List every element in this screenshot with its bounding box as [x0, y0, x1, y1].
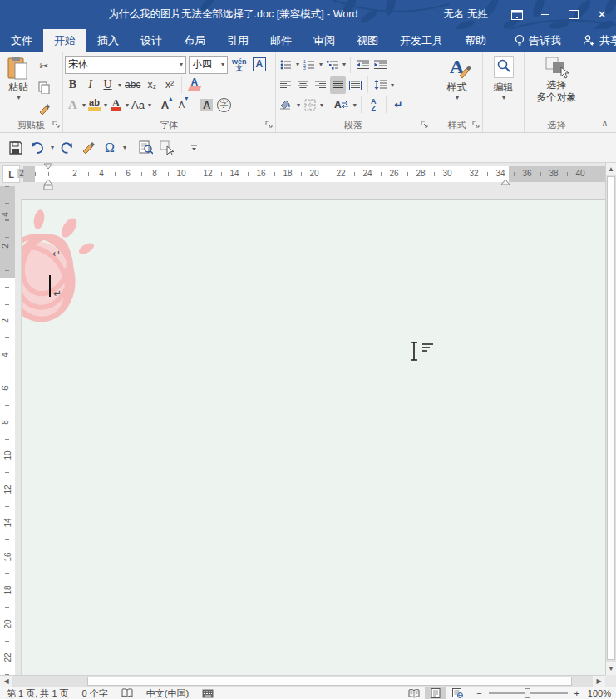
- tell-me[interactable]: 告诉我: [504, 29, 572, 52]
- line-spacing-dropdown-icon[interactable]: ▾: [391, 81, 394, 89]
- font-family-dropdown-icon[interactable]: ▾: [180, 61, 183, 68]
- paragraph-dialog-launcher-icon[interactable]: [421, 119, 428, 130]
- character-shading-button[interactable]: A: [199, 96, 214, 114]
- account-name[interactable]: 无名 无姓: [444, 7, 488, 22]
- right-indent-marker[interactable]: [500, 179, 510, 185]
- italic-button[interactable]: I: [82, 76, 98, 94]
- numbering-button[interactable]: 123: [301, 56, 317, 73]
- horizontal-scrollbar[interactable]: ◀ ▶: [0, 675, 605, 687]
- paste-dropdown-icon[interactable]: ▾: [17, 94, 20, 101]
- text-effects-button[interactable]: A: [65, 96, 81, 114]
- asian-layout-button[interactable]: A: [333, 96, 351, 114]
- language-indicator[interactable]: 中文(中国): [140, 687, 195, 699]
- tab-mailings[interactable]: 邮件: [259, 29, 303, 52]
- underline-button[interactable]: U: [100, 76, 116, 94]
- document-page[interactable]: ↵ ↵: [21, 199, 605, 675]
- ribbon-display-options-icon[interactable]: [503, 0, 531, 29]
- highlight-dropdown-icon[interactable]: ▾: [104, 101, 107, 109]
- zoom-out-button[interactable]: −: [468, 688, 483, 698]
- v-ruler[interactable]: 42246810121416182022: [0, 186, 15, 675]
- align-right-button[interactable]: [313, 76, 328, 94]
- paste-button[interactable]: 粘贴 ▾: [2, 54, 35, 114]
- shading-button[interactable]: [278, 96, 294, 114]
- scribble-heart-drawing[interactable]: [21, 205, 108, 326]
- tab-insert[interactable]: 插入: [86, 29, 130, 52]
- font-color-button[interactable]: A: [108, 96, 124, 114]
- borders-button[interactable]: [302, 96, 318, 114]
- tab-layout[interactable]: 布局: [173, 29, 216, 52]
- print-layout-button[interactable]: [425, 687, 446, 699]
- format-painter-button[interactable]: [35, 100, 53, 118]
- zoom-in-button[interactable]: +: [573, 688, 581, 698]
- scroll-down-icon[interactable]: ▼: [606, 662, 616, 675]
- qat-format-painter-button[interactable]: [79, 138, 97, 158]
- page-indicator[interactable]: 第 1 页, 共 1 页: [0, 687, 76, 699]
- vertical-scroll-thumb[interactable]: [607, 176, 615, 660]
- vertical-scrollbar[interactable]: ▲ ▼: [605, 163, 616, 675]
- save-button[interactable]: [7, 138, 25, 158]
- editing-button[interactable]: 编辑 ▾: [485, 54, 522, 116]
- superscript-button[interactable]: x²: [161, 76, 177, 94]
- print-preview-button[interactable]: [136, 138, 155, 158]
- tab-review[interactable]: 审阅: [303, 29, 346, 52]
- increase-indent-button[interactable]: [372, 56, 388, 73]
- scroll-up-icon[interactable]: ▲: [606, 163, 616, 175]
- clipboard-dialog-launcher-icon[interactable]: [52, 119, 60, 130]
- proofing-button[interactable]: [115, 688, 140, 698]
- styles-button[interactable]: A 样式 ▾: [433, 54, 480, 116]
- bold-button[interactable]: B: [65, 76, 81, 94]
- horizontal-scroll-thumb[interactable]: [87, 677, 572, 686]
- read-mode-button[interactable]: [403, 687, 425, 699]
- styles-dialog-launcher-icon[interactable]: [472, 119, 480, 130]
- symbol-dropdown-icon[interactable]: ▾: [123, 144, 126, 151]
- insert-symbol-button[interactable]: Ω: [101, 138, 119, 158]
- copy-button[interactable]: [35, 78, 53, 96]
- show-marks-button[interactable]: ↵: [391, 96, 407, 114]
- qat-select-object-button[interactable]: [158, 138, 176, 158]
- numbering-dropdown-icon[interactable]: ▾: [319, 61, 323, 68]
- collapse-ribbon-icon[interactable]: ∧: [602, 118, 608, 127]
- font-size-combobox[interactable]: 小四 ▾: [189, 56, 228, 74]
- bullets-dropdown-icon[interactable]: ▾: [296, 61, 299, 68]
- redo-button[interactable]: [57, 138, 76, 158]
- cut-button[interactable]: ✂: [35, 57, 53, 75]
- sort-button[interactable]: A Z: [366, 96, 382, 114]
- close-icon[interactable]: ✕: [588, 0, 616, 29]
- change-case-button[interactable]: Aa: [130, 96, 146, 114]
- shading-dropdown-icon[interactable]: ▾: [297, 101, 300, 109]
- asian-layout-dropdown-icon[interactable]: ▾: [353, 101, 357, 109]
- font-family-combobox[interactable]: 宋体 ▾: [65, 56, 186, 74]
- borders-dropdown-icon[interactable]: ▾: [320, 101, 323, 109]
- change-case-dropdown-icon[interactable]: ▾: [148, 101, 151, 109]
- tab-help[interactable]: 帮助: [454, 29, 497, 52]
- highlight-color-button[interactable]: ab: [86, 96, 102, 114]
- character-border-button[interactable]: A: [251, 56, 269, 73]
- align-center-button[interactable]: [295, 76, 311, 94]
- keyboard-button[interactable]: [195, 689, 220, 698]
- web-layout-button[interactable]: [446, 687, 468, 699]
- undo-button[interactable]: [28, 138, 47, 158]
- shrink-font-button[interactable]: A ▾: [175, 96, 191, 114]
- decrease-indent-button[interactable]: [355, 56, 371, 73]
- phonetic-guide-button[interactable]: wén 文: [230, 56, 249, 73]
- enclose-characters-button[interactable]: 字: [215, 96, 233, 114]
- tab-home[interactable]: 开始: [43, 29, 86, 52]
- share-button[interactable]: 共享: [572, 29, 616, 52]
- multilevel-dropdown-icon[interactable]: ▾: [342, 61, 346, 68]
- distribute-button[interactable]: [347, 76, 363, 94]
- scroll-right-icon[interactable]: ▶: [593, 676, 605, 687]
- zoom-percentage[interactable]: 100%: [581, 688, 616, 698]
- word-count[interactable]: 0 个字: [76, 687, 115, 699]
- strikethrough-button[interactable]: abc: [123, 76, 142, 94]
- tab-design[interactable]: 设计: [130, 29, 173, 52]
- hanging-indent-marker[interactable]: [43, 179, 53, 190]
- h-ruler[interactable]: 2246810121416182022242628303234363840: [23, 166, 605, 182]
- justify-button[interactable]: [330, 76, 346, 94]
- text-effects-dropdown-icon[interactable]: ▾: [82, 101, 86, 109]
- font-dialog-launcher-icon[interactable]: [265, 119, 273, 130]
- qat-overflow-icon[interactable]: [185, 138, 203, 158]
- subscript-button[interactable]: x₂: [144, 76, 160, 94]
- minimize-icon[interactable]: [531, 0, 559, 29]
- undo-dropdown-icon[interactable]: ▾: [51, 144, 54, 151]
- zoom-slider[interactable]: [489, 692, 568, 694]
